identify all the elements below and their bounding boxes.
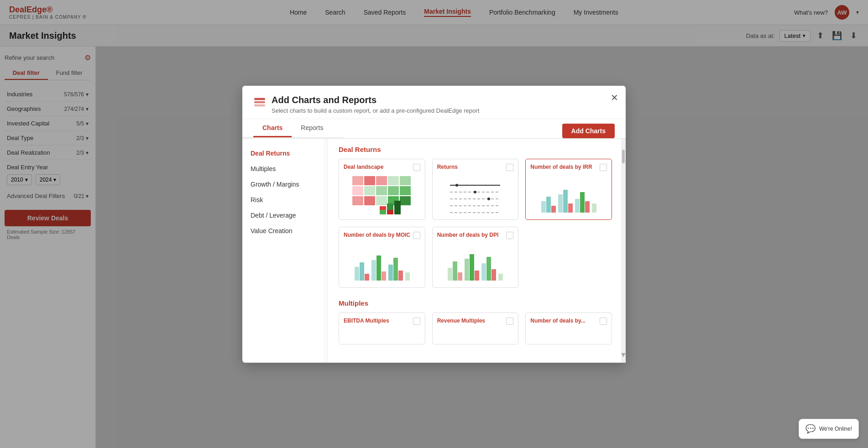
svg-rect-40 [592, 203, 596, 213]
svg-rect-48 [393, 258, 398, 281]
modal-subtitle: Select charts to build a custom report, … [272, 107, 615, 114]
chart-deals-by-moic-title: Number of deals by MOIC [344, 232, 410, 239]
scroll-down-icon[interactable]: ▼ [620, 351, 626, 359]
svg-rect-44 [371, 260, 376, 281]
add-charts-modal: Add Charts and Reports Select charts to … [242, 86, 626, 363]
category-growth-margins[interactable]: Growth / Margins [242, 177, 324, 192]
svg-rect-60 [498, 274, 503, 281]
chart-number-deals-by[interactable]: Number of deals by... [525, 313, 612, 344]
svg-rect-3 [352, 176, 363, 185]
svg-rect-53 [458, 272, 462, 281]
category-value-creation[interactable]: Value Creation [242, 223, 324, 239]
svg-rect-14 [364, 196, 375, 205]
chart-revenue-header: Revenue Multiples [437, 318, 514, 325]
svg-rect-32 [546, 197, 551, 213]
svg-rect-41 [355, 267, 359, 281]
chart-deals-by-irr-header: Number of deals by IRR [530, 164, 607, 171]
chart-revenue-checkbox[interactable] [506, 318, 513, 325]
chart-ebitda-multiples[interactable]: EBITDA Multiples [339, 313, 425, 344]
chart-deals-by-irr-preview [530, 174, 607, 215]
svg-rect-35 [563, 190, 568, 213]
chart-ebitda-title: EBITDA Multiples [344, 318, 389, 324]
svg-rect-10 [376, 186, 387, 195]
chart-returns[interactable]: Returns [432, 159, 519, 220]
multiples-grid: EBITDA Multiples Revenue Multiples Numbe… [339, 313, 612, 344]
svg-rect-20 [394, 201, 401, 214]
svg-rect-46 [382, 271, 386, 281]
chat-widget[interactable]: 💬 We're Online! [799, 419, 859, 439]
chart-deals-by-dpi-header: Number of deals by DPI [437, 232, 514, 239]
chart-number-deals-checkbox[interactable] [600, 318, 607, 325]
svg-rect-47 [388, 265, 393, 281]
svg-rect-5 [376, 176, 387, 185]
category-risk[interactable]: Risk [242, 192, 324, 208]
svg-rect-43 [365, 274, 369, 281]
multiples-section-title: Multiples [339, 299, 612, 307]
chart-deals-by-irr-title: Number of deals by IRR [530, 164, 592, 171]
chart-deals-by-irr-checkbox[interactable] [600, 164, 607, 171]
svg-rect-58 [486, 257, 491, 281]
chart-deals-by-dpi-title: Number of deals by DPI [437, 232, 499, 239]
modal-overlay[interactable]: Add Charts and Reports Select charts to … [0, 0, 868, 448]
chart-returns-header: Returns [437, 164, 514, 171]
chart-deals-by-irr[interactable]: Number of deals by IRR [525, 159, 612, 220]
chart-ebitda-checkbox[interactable] [413, 318, 420, 325]
svg-rect-55 [470, 254, 474, 281]
add-charts-button[interactable]: Add Charts [562, 124, 615, 138]
svg-point-29 [474, 191, 476, 193]
chart-returns-checkbox[interactable] [506, 164, 513, 171]
svg-rect-50 [405, 272, 410, 281]
svg-rect-33 [551, 206, 556, 213]
svg-rect-36 [568, 203, 573, 213]
modal-body: Deal Returns Multiples Growth / Margins … [242, 139, 626, 363]
svg-rect-52 [453, 261, 457, 281]
svg-rect-2 [254, 104, 265, 106]
tab-reports[interactable]: Reports [292, 120, 332, 137]
chart-deals-by-moic-checkbox[interactable] [413, 232, 420, 239]
svg-point-28 [455, 184, 458, 187]
svg-rect-56 [475, 271, 479, 281]
chart-deals-by-dpi-preview [437, 242, 514, 283]
modal-close-button[interactable]: ✕ [611, 92, 618, 103]
svg-rect-37 [575, 199, 580, 213]
deal-returns-grid: Deal landscape [339, 159, 612, 288]
vertical-divider [327, 139, 327, 363]
tab-charts[interactable]: Charts [253, 120, 292, 137]
svg-rect-21 [380, 206, 386, 210]
chart-deals-by-moic-header: Number of deals by MOIC [344, 232, 420, 239]
svg-rect-49 [398, 271, 403, 281]
category-multiples[interactable]: Multiples [242, 161, 324, 177]
scrollbar-thumb[interactable] [622, 150, 625, 163]
chart-deals-by-moic[interactable]: Number of deals by MOIC [339, 227, 425, 288]
chart-number-deals-header: Number of deals by... [530, 318, 607, 325]
layers-icon [253, 96, 266, 111]
deal-returns-section-title: Deal Returns [339, 146, 612, 153]
svg-rect-39 [585, 201, 590, 213]
modal-tabs: Charts Reports [242, 120, 343, 138]
chart-deals-by-dpi-checkbox[interactable] [506, 232, 513, 239]
svg-rect-0 [254, 98, 265, 100]
svg-rect-34 [558, 194, 563, 213]
svg-rect-59 [492, 269, 496, 281]
svg-rect-6 [388, 176, 399, 185]
svg-rect-51 [448, 268, 452, 281]
chart-deal-landscape-header: Deal landscape [344, 164, 420, 171]
svg-rect-38 [580, 192, 585, 213]
chart-deal-landscape-preview [344, 174, 420, 215]
svg-rect-1 [254, 101, 265, 103]
chart-deal-landscape[interactable]: Deal landscape [339, 159, 425, 220]
scrollbar[interactable]: ▼ [621, 139, 626, 363]
svg-rect-31 [541, 201, 546, 213]
chart-deal-landscape-checkbox[interactable] [413, 164, 420, 171]
svg-rect-15 [376, 196, 387, 205]
svg-rect-17 [400, 196, 411, 205]
svg-point-30 [487, 198, 490, 200]
chart-deal-landscape-title: Deal landscape [344, 164, 383, 171]
chart-revenue-multiples[interactable]: Revenue Multiples [432, 313, 519, 344]
svg-rect-12 [400, 186, 411, 195]
category-debt-leverage[interactable]: Debt / Leverage [242, 208, 324, 223]
chart-deals-by-moic-preview [344, 242, 420, 283]
category-deal-returns[interactable]: Deal Returns [242, 146, 324, 161]
chart-deals-by-dpi[interactable]: Number of deals by DPI [432, 227, 519, 288]
chart-returns-title: Returns [437, 164, 458, 171]
